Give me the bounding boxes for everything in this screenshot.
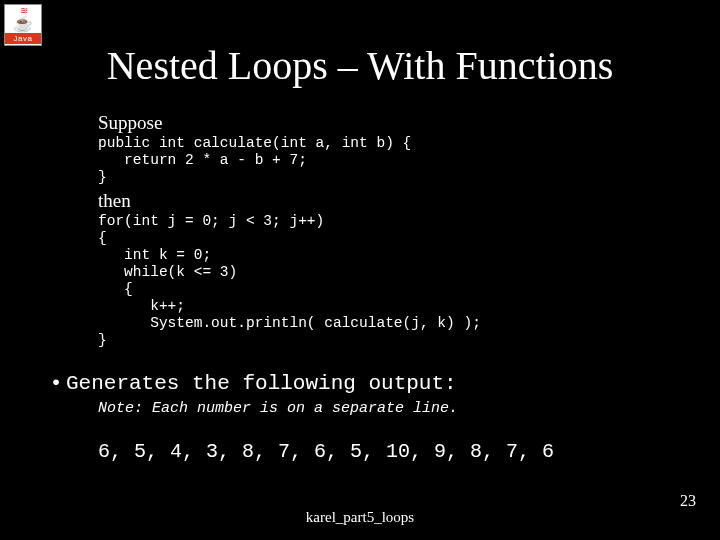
footer-text: karel_part5_loops — [0, 509, 720, 526]
slide: ≋ ☕ Java Nested Loops – With Functions S… — [0, 0, 720, 540]
bullet-icon: • — [46, 372, 66, 395]
output-sequence: 6, 5, 4, 3, 8, 7, 6, 5, 10, 9, 8, 7, 6 — [98, 440, 554, 463]
bullet-generates: •Generates the following output: — [46, 372, 686, 395]
code-loop: for(int j = 0; j < 3; j++) { int k = 0; … — [98, 213, 658, 349]
java-logo: ≋ ☕ Java — [4, 4, 42, 46]
note-line: Note: Each number is on a separate line. — [98, 400, 458, 417]
then-label: then — [98, 190, 658, 212]
java-cup-icon: ☕ — [13, 17, 33, 31]
slide-body: Suppose public int calculate(int a, int … — [98, 112, 658, 353]
bullet-text: Generates the following output: — [66, 372, 457, 395]
page-number: 23 — [680, 492, 696, 510]
slide-title: Nested Loops – With Functions — [0, 42, 720, 89]
code-calculate: public int calculate(int a, int b) { ret… — [98, 135, 658, 186]
suppose-label: Suppose — [98, 112, 658, 134]
